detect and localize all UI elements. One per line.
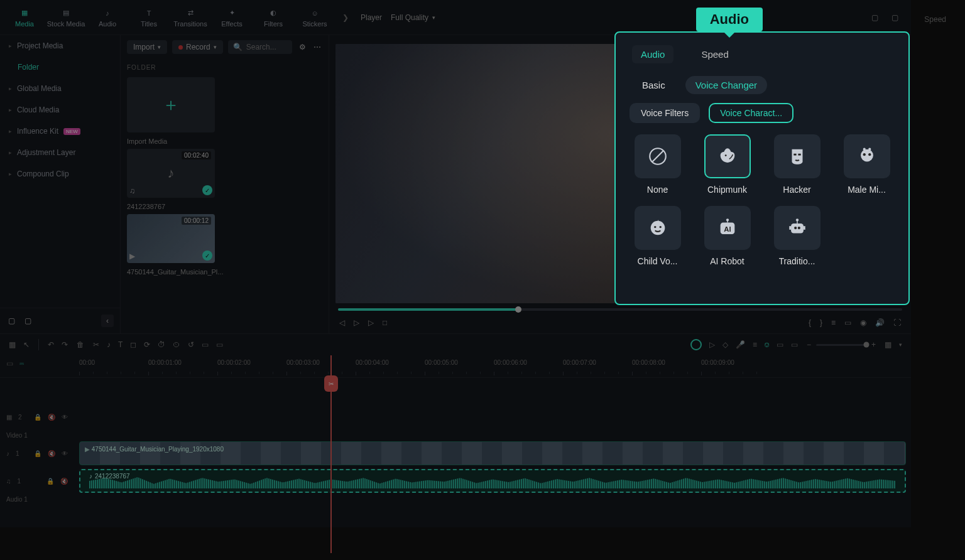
list-icon[interactable]: ≡ (831, 318, 836, 327)
top-tab-audio[interactable]: ♪Audio (88, 4, 127, 31)
preset-hacker[interactable]: Hacker (769, 134, 825, 195)
crop-icon[interactable]: ◻ (130, 340, 136, 349)
group2-icon[interactable]: ▭ (216, 340, 223, 349)
mixer-icon[interactable]: ≡ (753, 340, 757, 349)
audio-clip[interactable]: ♪2412238767 (79, 469, 906, 493)
collapse-sidebar[interactable]: ‹ (101, 315, 114, 327)
track-head-audio[interactable]: ♫1 🔒 🔇 (0, 478, 74, 485)
add-folder[interactable]: ＋ (127, 77, 215, 132)
zoom-slider[interactable] (816, 344, 866, 346)
reverse-icon[interactable]: ↺ (188, 340, 194, 349)
track-head-video[interactable]: ▦2 🔒 🔇 👁 (0, 414, 74, 421)
shield-icon[interactable]: ◇ (722, 340, 728, 349)
group-icon[interactable]: ▭ (202, 340, 209, 349)
panel-sub-basic[interactable]: Basic (632, 76, 675, 94)
snapshot-icon[interactable]: ▢ (870, 13, 880, 23)
video-clip[interactable]: ▶ 4750144_Guitar_Musician_Playing_1920x1… (79, 441, 906, 465)
eye-icon[interactable]: 👁 (62, 450, 68, 457)
next-frame-icon[interactable]: ▷ (368, 318, 374, 327)
link-icon[interactable]: ⎓ (19, 359, 24, 374)
preset-male[interactable]: Male Mi... (839, 134, 895, 195)
delete-icon[interactable]: 🗑 (77, 340, 84, 349)
zoom-in-icon[interactable]: + (871, 340, 876, 349)
zoom-out-icon[interactable]: − (807, 340, 811, 349)
import-button[interactable]: Import▾ (127, 40, 167, 54)
sidebar-item-influence-kit[interactable]: ▸Influence KitNEW (0, 121, 120, 142)
magnet-icon[interactable]: ⎊ (765, 340, 769, 349)
clip-video[interactable]: 00:00:12 ▶ ✓ (127, 214, 215, 263)
sidebar-item-cloud-media[interactable]: ▸Cloud Media (0, 99, 120, 121)
rect-icon[interactable]: ▭ (791, 340, 798, 349)
sidebar-item-adjustment-layer[interactable]: ▸Adjustment Layer (0, 142, 120, 163)
mic-icon[interactable]: 🎤 (736, 340, 745, 349)
top-tab-titles[interactable]: TTitles (129, 4, 168, 31)
panel-chip-voice-filters[interactable]: Voice Filters (630, 103, 700, 123)
undo-icon[interactable]: ↶ (48, 340, 54, 349)
frame-icon[interactable]: ▭ (777, 340, 783, 349)
grid-icon[interactable]: ▦ (9, 340, 16, 349)
brace-open-icon[interactable]: { (809, 318, 811, 327)
sidebar-item-folder[interactable]: Folder (0, 57, 120, 78)
fullscreen-icon[interactable]: ⛶ (893, 318, 901, 327)
quality-dropdown[interactable]: Full Quality▾ (391, 13, 435, 22)
timer-icon[interactable]: ⏲ (173, 340, 180, 349)
volume-icon[interactable]: 🔊 (875, 318, 885, 327)
top-tab-filters[interactable]: ◐Filters (254, 4, 293, 31)
top-tab-transitions[interactable]: ⇄Transitions (171, 4, 210, 31)
redo-icon[interactable]: ↷ (62, 340, 68, 349)
preset-none[interactable]: None (630, 134, 685, 195)
view-dropdown-icon[interactable]: ▾ (899, 342, 902, 348)
preset-ai[interactable]: AIAI Robot (699, 206, 755, 266)
preset-robot[interactable]: Traditio... (769, 206, 825, 266)
more-tabs-arrow[interactable]: ❯ (339, 0, 352, 35)
play-tl-icon[interactable]: ▷ (709, 340, 715, 349)
sidebar-item-project-media[interactable]: ▸Project Media (0, 35, 120, 57)
playhead-handle[interactable]: ✂ (324, 375, 338, 392)
sidebar-item-compound-clip[interactable]: ▸Compound Clip (0, 163, 120, 185)
panel-chip-voice-charact---[interactable]: Voice Charact... (709, 103, 793, 123)
more-icon[interactable]: ⋯ (312, 42, 322, 52)
playhead[interactable]: ✂ (330, 355, 332, 553)
music-icon[interactable]: ♪ (107, 340, 111, 349)
play-icon[interactable]: ▷ (354, 318, 359, 327)
panel-sub-voice-changer[interactable]: Voice Changer (685, 76, 767, 94)
lock-icon[interactable]: 🔒 (46, 478, 54, 485)
split-icon[interactable]: ✂ (93, 340, 99, 349)
camera-icon[interactable]: ◉ (860, 318, 866, 327)
filter-icon[interactable]: ⚙ (297, 42, 307, 52)
search-input[interactable]: 🔍 (228, 40, 292, 54)
track-head-main[interactable]: ♪1 🔒 🔇 👁 (0, 450, 74, 457)
scrubber[interactable] (338, 308, 902, 311)
clip-audio[interactable]: 00:02:40 ♪ ♫ ✓ (127, 149, 215, 198)
rotate-icon[interactable]: ⟳ (144, 340, 150, 349)
prev-frame-icon[interactable]: ◁ (339, 318, 345, 327)
mute-icon[interactable]: 🔇 (48, 414, 55, 421)
panel-tab-speed[interactable]: Speed (692, 45, 737, 63)
lock-icon[interactable]: 🔒 (34, 414, 41, 421)
panel-tab-audio[interactable]: Audio (632, 45, 673, 63)
sidebar-item-global-media[interactable]: ▸Global Media (0, 78, 120, 99)
top-tab-stickers[interactable]: ☺Stickers (295, 4, 334, 31)
top-tab-media[interactable]: ▦Media (5, 4, 44, 31)
top-tab-stock-media[interactable]: ▤Stock Media (46, 4, 85, 31)
lock-icon[interactable]: 🔒 (34, 450, 41, 457)
footer-icon2[interactable]: ▢ (23, 316, 33, 326)
cursor-icon[interactable]: ↖ (23, 340, 30, 349)
preset-child[interactable]: Child Vo... (630, 206, 685, 266)
eye-icon[interactable]: 👁 (62, 414, 68, 421)
snapshot2-icon[interactable]: ▢ (890, 13, 900, 23)
monitor-icon[interactable]: ▭ (844, 318, 851, 327)
footer-icon1[interactable]: ▢ (6, 316, 16, 326)
text-icon[interactable]: T (118, 340, 123, 349)
preset-chipmunk[interactable]: Chipmunk (699, 134, 755, 195)
record-button[interactable]: Record▾ (172, 40, 223, 54)
view-grid-icon[interactable]: ▦ (885, 340, 891, 349)
mute-icon[interactable]: 🔇 (60, 478, 68, 485)
ruler-icon1[interactable]: ▭ (6, 359, 13, 374)
speed-icon[interactable]: ⏱ (158, 340, 165, 349)
marker-green-icon[interactable] (690, 339, 702, 350)
stop-icon[interactable]: □ (383, 318, 387, 327)
mute-icon[interactable]: 🔇 (48, 450, 55, 457)
top-tab-effects[interactable]: ✦Effects (212, 4, 251, 31)
brace-close-icon[interactable]: } (820, 318, 822, 327)
